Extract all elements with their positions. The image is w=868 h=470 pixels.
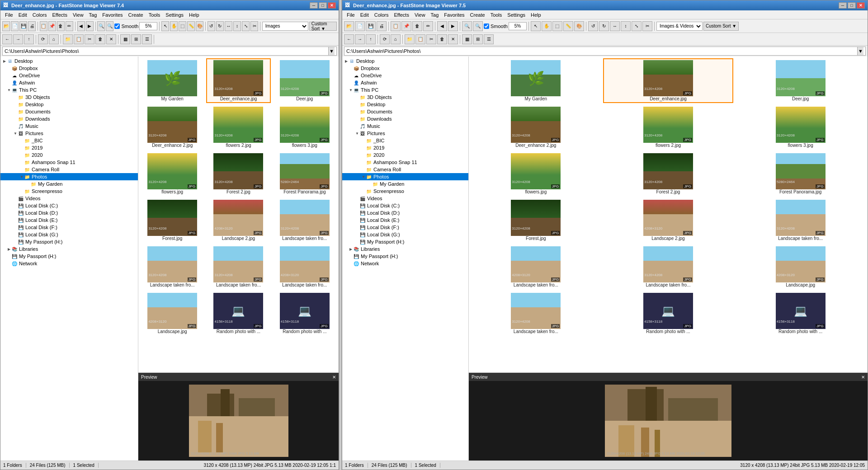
r-tb-copy-btn[interactable]: 📋 bbox=[391, 21, 401, 31]
left-menu-file[interactable]: File bbox=[2, 12, 16, 18]
r-tb-measure-btn[interactable]: 📏 bbox=[563, 21, 573, 31]
right-menu-file[interactable]: File bbox=[344, 12, 358, 18]
tb2-grid2-btn[interactable]: ⊞ bbox=[131, 34, 141, 44]
tb-zoom-in-btn[interactable]: 🔍 bbox=[97, 21, 105, 31]
right-menu-edit[interactable]: Edit bbox=[358, 12, 372, 18]
file-thumb-landscape-taken[interactable]: JPG 3120×4208 Landscape taken fro... bbox=[273, 198, 337, 243]
r-sidebar-item-local-e[interactable]: 💾 Local Disk (E:) bbox=[342, 216, 468, 224]
sidebar-item-local-e[interactable]: 💾 Local Disk (E:) bbox=[0, 216, 138, 224]
right-path-dropdown[interactable]: ▼ bbox=[857, 47, 863, 55]
r-sidebar-item-mypassport2[interactable]: 💾 My Passport (H:) bbox=[342, 253, 468, 260]
r-tb-rename-btn[interactable]: ✏ bbox=[423, 21, 433, 31]
r-sidebar-item-cameraroll[interactable]: 📁 Camera Roll bbox=[342, 166, 468, 173]
r-sidebar-item-music[interactable]: 🎵 Music bbox=[342, 122, 468, 130]
tb-open2-btn[interactable]: 📄 bbox=[11, 21, 19, 31]
tb-measure-btn[interactable]: 📏 bbox=[187, 21, 195, 31]
sidebar-item-local-d[interactable]: 💾 Local Disk (D:) bbox=[0, 209, 138, 216]
r-tb2-newfolder-btn[interactable]: 📁 bbox=[405, 34, 415, 44]
r-tb2-move-btn[interactable]: ✂ bbox=[426, 34, 436, 44]
r-sidebar-item-2020[interactable]: 📁 2020 bbox=[342, 151, 468, 159]
zoom-input[interactable] bbox=[139, 22, 157, 30]
r-file-thumb-landscape[interactable]: JPG 4208×3120 Landscape.jpg bbox=[735, 244, 866, 289]
tb2-forward-btn[interactable]: → bbox=[13, 34, 23, 44]
file-thumb-landscape-taken2[interactable]: JPG 3120×4208 Landscape taken fro... bbox=[140, 244, 204, 289]
sidebar-item-mygarden[interactable]: 📁 My Garden bbox=[0, 180, 138, 188]
left-menu-view[interactable]: View bbox=[70, 12, 86, 18]
tb-cursor-btn[interactable]: ↖ bbox=[161, 21, 169, 31]
r-sidebar-item-passport-h[interactable]: 💾 My Passport (H:) bbox=[342, 238, 468, 245]
tb-color-btn[interactable]: 🎨 bbox=[196, 21, 203, 31]
r-tb-zoombox-btn[interactable]: ⬚ bbox=[552, 21, 562, 31]
tb-resize-btn[interactable]: ⤡ bbox=[242, 21, 250, 31]
r-sidebar-item-pictures[interactable]: ▼ 🖼 Pictures bbox=[342, 130, 468, 137]
r-tb-delete-btn[interactable]: 🗑 bbox=[412, 21, 422, 31]
r-file-thumb-landscape-taken[interactable]: JPG 3120×4208 Landscape taken fro... bbox=[735, 198, 866, 243]
file-thumb-random2[interactable]: 💻 JPG 4158×3118 Random photo with ... bbox=[273, 291, 337, 336]
right-menu-tag[interactable]: Tag bbox=[428, 12, 442, 18]
sidebar-item-libraries[interactable]: ▶ 📚 Libraries bbox=[0, 245, 138, 253]
sidebar-item-local-c[interactable]: 💾 Local Disk (C:) bbox=[0, 202, 138, 209]
tb2-move-btn[interactable]: ✂ bbox=[85, 34, 94, 44]
file-thumb-landscape2[interactable]: JPG 4208×3120 Landscape 2.jpg bbox=[206, 198, 270, 243]
sidebar-item-network[interactable]: 🌐 Network bbox=[0, 260, 138, 267]
tb-copy-btn[interactable]: 📋 bbox=[40, 21, 47, 31]
r-tb-cursor-btn[interactable]: ↖ bbox=[531, 21, 541, 31]
r-tb-save-btn[interactable]: 💾 bbox=[366, 21, 376, 31]
tb2-cancel-btn[interactable]: ✕ bbox=[106, 34, 116, 44]
r-sidebar-item-desktop[interactable]: ▶ 🖥 Desktop bbox=[342, 57, 468, 65]
sidebar-item-local-g[interactable]: 💾 Local Disk (G:) bbox=[0, 231, 138, 238]
r-sidebar-item-mygarden[interactable]: 📁 My Garden bbox=[342, 180, 468, 188]
sidebar-item-2020[interactable]: 📁 2020 bbox=[0, 151, 138, 159]
r-tb-prev-btn[interactable]: ◀ bbox=[437, 21, 447, 31]
r-sidebar-item-local-c[interactable]: 💾 Local Disk (C:) bbox=[342, 202, 468, 209]
sidebar-item-music[interactable]: 🎵 Music bbox=[0, 122, 138, 130]
tb-hand-btn[interactable]: ✋ bbox=[170, 21, 178, 31]
tb-prev-btn[interactable]: ◀ bbox=[77, 21, 85, 31]
r-tb-flip-h-btn[interactable]: ↔ bbox=[610, 21, 620, 31]
tb2-refresh-btn[interactable]: ⟳ bbox=[38, 34, 48, 44]
file-thumb-landscape-taken4[interactable]: JPG 4208×3120 Landscape taken fro... bbox=[273, 244, 337, 289]
r-tb2-cancel-btn[interactable]: ✕ bbox=[448, 34, 458, 44]
r-file-thumb-random1[interactable]: 💻 JPG 4158×3118 Random photo with ... bbox=[603, 291, 734, 336]
r-sidebar-item-3dobjects[interactable]: 📁 3D Objects bbox=[342, 94, 468, 101]
sidebar-item-downloads[interactable]: 📁 Downloads bbox=[0, 115, 138, 122]
sidebar-item-thispc[interactable]: ▼ 💻 This PC bbox=[0, 86, 138, 94]
r-file-thumb-landscape2[interactable]: JPG 4208×3120 Landscape 2.jpg bbox=[603, 198, 734, 243]
file-thumb-deer-enhance[interactable]: JPG 3120×4208 Deer_enhance.jpg bbox=[206, 58, 270, 103]
left-menu-colors[interactable]: Colors bbox=[30, 12, 50, 18]
r-file-thumb-flowers3[interactable]: JPG 3120×4208 flowers 3.jpg bbox=[735, 105, 866, 150]
left-path-dropdown[interactable]: ▼ bbox=[328, 47, 335, 55]
left-minimize-btn[interactable]: ─ bbox=[310, 2, 318, 9]
r-file-thumb-forest2[interactable]: JPG 3120×4208 Forest 2.jpg bbox=[603, 151, 734, 196]
tb-rotate-left-btn[interactable]: ↺ bbox=[208, 21, 215, 31]
tb-open-btn[interactable]: 📂 bbox=[2, 21, 10, 31]
right-menu-tools[interactable]: Tools bbox=[488, 12, 505, 18]
r-tb-zoom-out-btn[interactable]: 🔍 bbox=[473, 21, 483, 31]
left-menu-tag[interactable]: Tag bbox=[86, 12, 100, 18]
sidebar-item-2019[interactable]: 📁 2019 bbox=[0, 144, 138, 151]
r-sidebar-item-documents[interactable]: 📁 Documents bbox=[342, 108, 468, 115]
custom-sort-btn[interactable]: Custom Sort ▼ bbox=[309, 22, 337, 31]
r-tb2-up-btn[interactable]: ↑ bbox=[366, 34, 376, 44]
r-file-thumb-landscape-taken3[interactable]: JPG 3120×4208 Landscape taken fro... bbox=[603, 244, 734, 289]
left-menu-settings[interactable]: Settings bbox=[163, 12, 186, 18]
tb-flip-h-btn[interactable]: ↔ bbox=[225, 21, 232, 31]
r-tb2-copy2-btn[interactable]: 📋 bbox=[415, 34, 425, 44]
file-thumb-deer-enhance2[interactable]: JPG 3120×4208 Deer_enhance 2.jpg bbox=[140, 105, 204, 150]
tb2-newfolder-btn[interactable]: 📁 bbox=[63, 34, 73, 44]
r-sidebar-item-local-d[interactable]: 💾 Local Disk (D:) bbox=[342, 209, 468, 216]
sidebar-item-passport-h[interactable]: 💾 My Passport (H:) bbox=[0, 238, 138, 245]
sidebar-item-photos[interactable]: ▼ 📁 Photos bbox=[0, 173, 138, 180]
tb2-grid1-btn[interactable]: ▦ bbox=[120, 34, 130, 44]
sidebar-item-3dobjects[interactable]: 📁 3D Objects bbox=[0, 94, 138, 101]
r-sidebar-item-desktop2[interactable]: 📁 Desktop bbox=[342, 101, 468, 108]
r-tb-rotate-right-btn[interactable]: ↻ bbox=[599, 21, 609, 31]
r-tb-hand-btn[interactable]: ✋ bbox=[542, 21, 552, 31]
left-close-btn[interactable]: ✕ bbox=[328, 2, 336, 9]
r-sidebar-item-onedrive[interactable]: ☁ OneDrive bbox=[342, 72, 468, 79]
right-menu-settings[interactable]: Settings bbox=[505, 12, 528, 18]
tb2-home-btn[interactable]: ⌂ bbox=[49, 34, 59, 44]
tb-save-btn[interactable]: 💾 bbox=[19, 21, 27, 31]
right-menu-view[interactable]: View bbox=[412, 12, 428, 18]
r-file-thumb-flowers[interactable]: JPG 3120×4208 flowers.jpg bbox=[471, 151, 601, 196]
